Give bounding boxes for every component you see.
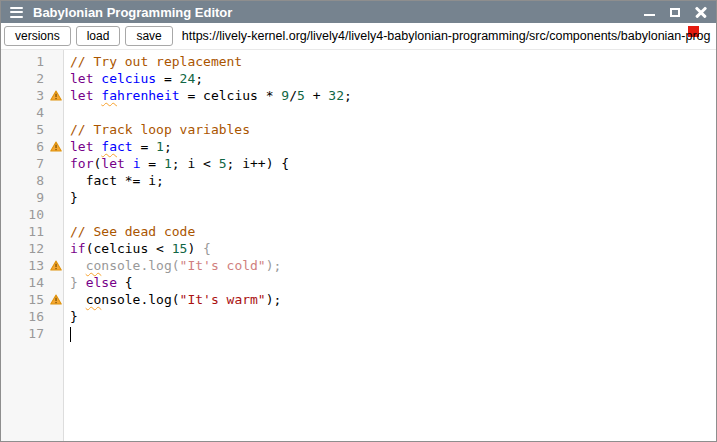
line-number: 16: [1, 308, 47, 325]
warning-icon-cell: [47, 87, 64, 104]
code-editor[interactable]: 1// Try out replacement2let celcius = 24…: [1, 50, 716, 441]
code-text: if(celcius < 15) {: [64, 240, 211, 257]
line-number: 1: [1, 53, 47, 70]
minimize-icon[interactable]: [644, 14, 655, 16]
warning-icon-cell: [47, 291, 64, 308]
line-number: 8: [1, 172, 47, 189]
maximize-icon[interactable]: [670, 8, 680, 17]
code-lines: 1// Try out replacement2let celcius = 24…: [1, 50, 716, 342]
url-input[interactable]: [178, 29, 716, 43]
warning-icon-cell: [47, 138, 64, 155]
code-line[interactable]: 5// Track loop variables: [1, 121, 716, 138]
code-line[interactable]: 13 console.log("It's cold");: [1, 257, 716, 274]
code-line[interactable]: 10: [1, 206, 716, 223]
warning-icon[interactable]: [50, 90, 62, 101]
line-number: 12: [1, 240, 47, 257]
toolbar: versions load save: [1, 23, 716, 50]
icon-cell: [47, 325, 64, 342]
code-text: // Try out replacement: [64, 53, 242, 70]
warning-icon[interactable]: [50, 260, 62, 271]
code-line[interactable]: 14} else {: [1, 274, 716, 291]
line-number: 2: [1, 70, 47, 87]
code-text: }: [64, 308, 78, 325]
code-line[interactable]: 1// Try out replacement: [1, 53, 716, 70]
icon-cell: [47, 308, 64, 325]
code-line[interactable]: 2let celcius = 24;: [1, 70, 716, 87]
icon-cell: [47, 223, 64, 240]
code-text: // See dead code: [64, 223, 195, 240]
save-button[interactable]: save: [125, 26, 172, 46]
line-number: 4: [1, 104, 47, 121]
close-icon[interactable]: [695, 6, 707, 18]
code-line[interactable]: 11// See dead code: [1, 223, 716, 240]
line-number: 13: [1, 257, 47, 274]
line-number: 14: [1, 274, 47, 291]
code-line[interactable]: 3let fahrenheit = celcius * 9/5 + 32;: [1, 87, 716, 104]
code-line[interactable]: 17: [1, 325, 716, 342]
line-number: 7: [1, 155, 47, 172]
menu-icon[interactable]: [10, 7, 23, 18]
code-line[interactable]: 9}: [1, 189, 716, 206]
titlebar: Babylonian Programming Editor: [1, 1, 716, 23]
line-number: 11: [1, 223, 47, 240]
line-number: 15: [1, 291, 47, 308]
icon-cell: [47, 274, 64, 291]
warning-icon[interactable]: [50, 141, 62, 152]
code-text: for(let i = 1; i < 5; i++) {: [64, 155, 289, 172]
icon-cell: [47, 240, 64, 257]
code-line[interactable]: 6let fact = 1;: [1, 138, 716, 155]
load-button[interactable]: load: [76, 26, 121, 46]
versions-button[interactable]: versions: [4, 26, 71, 46]
code-text: let celcius = 24;: [64, 70, 203, 87]
line-number: 3: [1, 87, 47, 104]
line-number: 6: [1, 138, 47, 155]
code-line[interactable]: 4: [1, 104, 716, 121]
warning-icon-cell: [47, 257, 64, 274]
icon-cell: [47, 70, 64, 87]
line-number: 17: [1, 325, 47, 342]
warning-icon[interactable]: [50, 294, 62, 305]
code-text: let fact = 1;: [64, 138, 172, 155]
code-line[interactable]: 16}: [1, 308, 716, 325]
code-text: // Track loop variables: [64, 121, 250, 138]
code-line[interactable]: 7for(let i = 1; i < 5; i++) {: [1, 155, 716, 172]
code-text: }: [64, 189, 78, 206]
icon-cell: [47, 206, 64, 223]
code-line[interactable]: 15 console.log("It's warm");: [1, 291, 716, 308]
icon-cell: [47, 155, 64, 172]
window-controls: [644, 6, 707, 18]
text-cursor: [70, 327, 71, 342]
icon-cell: [47, 189, 64, 206]
line-number: 10: [1, 206, 47, 223]
app-window: Babylonian Programming Editor versions l…: [0, 0, 717, 442]
code-text: fact *= i;: [64, 172, 164, 189]
icon-cell: [47, 172, 64, 189]
code-text: let fahrenheit = celcius * 9/5 + 32;: [64, 87, 352, 104]
line-number: 9: [1, 189, 47, 206]
code-text: [64, 325, 71, 342]
code-line[interactable]: 12if(celcius < 15) {: [1, 240, 716, 257]
icon-cell: [47, 53, 64, 70]
line-number: 5: [1, 121, 47, 138]
icon-cell: [47, 104, 64, 121]
window-title: Babylonian Programming Editor: [33, 5, 232, 20]
code-line[interactable]: 8 fact *= i;: [1, 172, 716, 189]
code-text: console.log("It's warm");: [64, 291, 281, 308]
icon-cell: [47, 121, 64, 138]
code-text: console.log("It's cold");: [64, 257, 281, 274]
code-text: } else {: [64, 274, 133, 291]
url-field-wrap: [178, 23, 716, 49]
